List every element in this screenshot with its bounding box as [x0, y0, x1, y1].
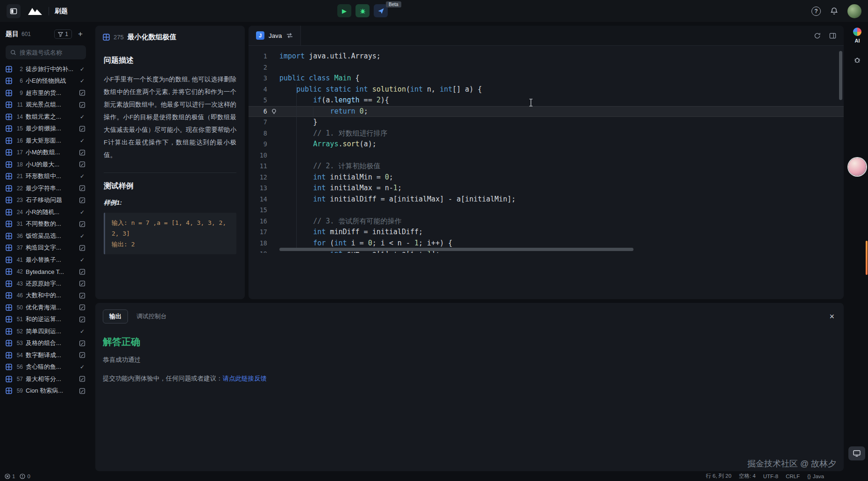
brand-logo[interactable] — [27, 7, 43, 16]
list-item[interactable]: 9 超市里的货... ✓ — [0, 87, 92, 99]
list-item[interactable]: 16 最大矩形面... ✓ — [0, 135, 92, 147]
problems-summary[interactable]: 1 0 — [5, 474, 30, 479]
ai-assistant-button[interactable]: AI — [847, 28, 868, 43]
note-icon — [78, 388, 86, 394]
problem-number: 9 — [15, 90, 23, 96]
code-line[interactable]: 10 — [249, 150, 844, 161]
problem-title: 饭馆菜品选... — [26, 232, 76, 240]
note-icon — [78, 304, 86, 310]
list-item[interactable]: 14 数组元素之... ✓ — [0, 111, 92, 123]
help-button[interactable]: ? — [811, 7, 821, 16]
list-item[interactable]: 11 观光景点组... ✓ — [0, 99, 92, 111]
problem-number: 46 — [15, 292, 23, 299]
code-editor[interactable]: 1 import java.util.Arrays; 2 3 public cl… — [249, 46, 844, 253]
code-line[interactable]: 2 — [249, 62, 844, 73]
code-line[interactable]: 17 int minDiff = initialDiff; — [249, 227, 844, 238]
feedback-bug-button[interactable] — [853, 56, 861, 65]
search-input[interactable] — [20, 49, 81, 56]
code-line[interactable]: 4 public static int solution(int n, int[… — [249, 84, 844, 95]
tab-java[interactable]: J Java — [249, 26, 301, 45]
code-line[interactable]: 13 int initialMax = n-1; — [249, 183, 844, 194]
code-line[interactable]: 5 if(a.length == 2){ — [249, 95, 844, 106]
problem-title: 和的逆运算... — [26, 315, 76, 323]
code-line[interactable]: 18 for (int i = 0; i < n - 1; i++) { — [249, 238, 844, 249]
list-item[interactable]: 31 不同整数的... ✓ — [0, 218, 92, 230]
list-item[interactable]: 53 及格的组合... ✓ — [0, 337, 92, 350]
filter-button[interactable]: 1 — [54, 29, 72, 39]
warning-count: 0 — [27, 474, 30, 479]
indent-setting[interactable]: 空格: 4 — [739, 473, 756, 480]
code-line[interactable]: 9 Arrays.sort(a); — [249, 139, 844, 150]
code-line[interactable]: 15 — [249, 205, 844, 216]
list-item[interactable]: 17 小M的数组... ✓ — [0, 147, 92, 159]
list-item[interactable]: 37 构造回文字... ✓ — [0, 242, 92, 254]
cursor-position[interactable]: 行 6, 列 20 — [706, 473, 732, 480]
eol-setting[interactable]: CRLF — [786, 474, 800, 479]
reset-code-button[interactable] — [814, 32, 821, 39]
code-line[interactable]: 14 int initialDiff = a[initialMax] - a[i… — [249, 194, 844, 205]
list-item[interactable]: 6 小E的怪物挑战 ✓ — [0, 75, 92, 87]
close-output-button[interactable]: × — [829, 312, 834, 321]
list-item[interactable]: 59 Cion 勒索病... ✓ — [0, 385, 92, 397]
add-button[interactable]: + — [75, 29, 86, 40]
problem-grid-icon — [6, 209, 12, 215]
page-scroll-indicator[interactable] — [866, 241, 868, 275]
code-line[interactable]: 6 return 0; — [249, 106, 844, 117]
sample-block: 输入: n = 7 ,a = [1, 4, 3, 3, 2, 2, 3] 输出:… — [104, 213, 236, 254]
glyph-margin — [269, 238, 279, 249]
list-item[interactable]: 36 饭馆菜品选... ✓ — [0, 230, 92, 242]
code-line[interactable]: 16 // 3. 尝试所有可能的操作 — [249, 216, 844, 227]
layout-button[interactable] — [829, 32, 836, 39]
problem-number: 54 — [15, 352, 23, 359]
assistant-avatar[interactable] — [848, 158, 866, 176]
feedback-label: 提交功能内测体验中，任何问题或者建议： — [103, 375, 223, 382]
problem-body[interactable]: 问题描述 小F手里有一个长度为n的数组, 他可以选择删除数组中的任意两个元素, … — [95, 45, 245, 298]
code-line[interactable]: 3 public class Main { — [249, 73, 844, 84]
list-item[interactable]: 54 数字翻译成... ✓ — [0, 349, 92, 361]
problem-title: 最小替换子... — [26, 256, 76, 264]
user-avatar[interactable] — [847, 4, 861, 18]
list-item[interactable]: 50 优化青海湖... ✓ — [0, 302, 92, 314]
language-mode[interactable]: {} Java — [807, 474, 824, 479]
sidebar-toggle-button[interactable] — [7, 4, 21, 18]
problem-grid-icon — [6, 388, 12, 394]
list-item[interactable]: 21 环形数组中... ✓ — [0, 171, 92, 183]
tab-output[interactable]: 输出 — [103, 309, 128, 323]
list-item[interactable]: 41 最小替换子... ✓ — [0, 254, 92, 266]
encoding[interactable]: UTF-8 — [763, 474, 778, 479]
horizontal-scrollbar[interactable] — [279, 248, 633, 251]
vertical-scrollbar[interactable] — [839, 51, 842, 100]
code-text: for (int i = 0; i < n - 1; i++) { — [279, 238, 452, 249]
list-item[interactable]: 2 徒步旅行中的补... ✓ — [0, 63, 92, 75]
tab-debug-console[interactable]: 调试控制台 — [136, 312, 167, 321]
debug-button[interactable] — [356, 4, 370, 17]
problem-grid-icon — [6, 328, 12, 335]
swap-icon[interactable] — [286, 33, 293, 38]
list-item[interactable]: 56 贪心猫的鱼... ✓ — [0, 361, 92, 373]
list-item[interactable]: 57 最大相等分... ✓ — [0, 373, 92, 385]
lightbulb-icon[interactable] — [271, 108, 277, 115]
list-item[interactable]: 42 Bytedance T... ✓ — [0, 266, 92, 278]
list-item[interactable]: 51 和的逆运算... ✓ — [0, 314, 92, 326]
code-line[interactable]: 7 } — [249, 117, 844, 128]
list-item[interactable]: 22 最少字符串... ✓ — [0, 182, 92, 194]
mountain-logo-icon — [27, 7, 43, 16]
code-line[interactable]: 1 import java.util.Arrays; — [249, 51, 844, 62]
list-item[interactable]: 18 小U的最大... ✓ — [0, 158, 92, 171]
list-item[interactable]: 43 还原原始字... ✓ — [0, 278, 92, 290]
feedback-link[interactable]: 请点此链接反馈 — [223, 375, 267, 382]
list-item[interactable]: 46 大数和中的... ✓ — [0, 290, 92, 302]
notifications-button[interactable] — [830, 7, 838, 15]
note-icon — [78, 161, 86, 167]
problem-number: 18 — [15, 161, 23, 168]
list-item[interactable]: 24 小R的随机... ✓ — [0, 206, 92, 218]
list-item[interactable]: 15 最少前缀操... ✓ — [0, 123, 92, 135]
list-item[interactable]: 23 石子移动问题 ✓ — [0, 194, 92, 207]
code-line[interactable]: 8 // 1. 对数组进行排序 — [249, 128, 844, 139]
check-icon: ✓ — [78, 233, 86, 239]
run-button[interactable]: ▶ — [337, 4, 351, 17]
code-line[interactable]: 12 int initialMin = 0; — [249, 172, 844, 183]
display-mode-button[interactable] — [848, 446, 865, 460]
list-item[interactable]: 52 简单四则运... ✓ — [0, 325, 92, 337]
code-line[interactable]: 11 // 2. 计算初始极值 — [249, 161, 844, 172]
